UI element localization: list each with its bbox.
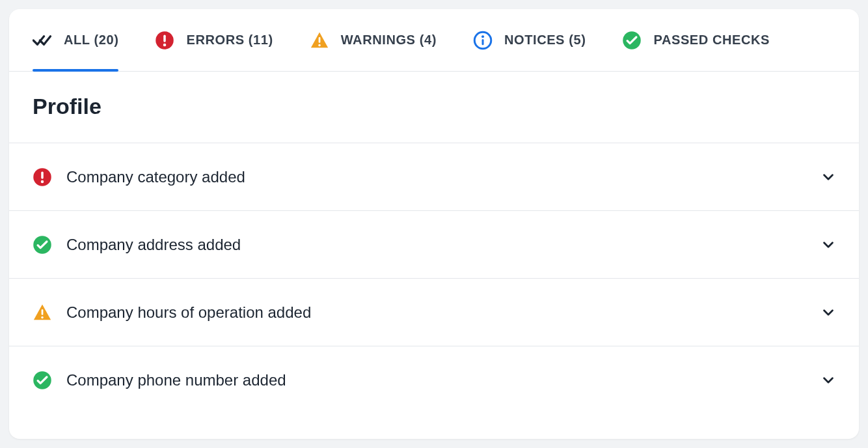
tab-all[interactable]: ALL (20)	[33, 9, 118, 71]
warning-icon	[33, 303, 52, 322]
check-row-label: Company hours of operation added	[66, 303, 311, 322]
check-circle-icon	[33, 235, 52, 255]
double-check-icon	[33, 31, 52, 50]
info-icon	[473, 31, 493, 50]
tab-all-label: ALL (20)	[64, 33, 118, 48]
check-row-company-category[interactable]: Company category added	[9, 143, 859, 211]
check-row-company-phone[interactable]: Company phone number added	[9, 346, 859, 414]
error-icon	[155, 31, 174, 50]
tab-notices-label: NOTICES (5)	[504, 33, 586, 48]
tab-errors[interactable]: ERRORS (11)	[155, 9, 273, 71]
warning-icon	[310, 31, 329, 50]
tab-warnings-label: WARNINGS (4)	[341, 33, 437, 48]
chevron-down-icon	[821, 238, 835, 252]
check-row-label: Company address added	[66, 236, 241, 254]
tab-warnings[interactable]: WARNINGS (4)	[310, 9, 437, 71]
check-circle-icon	[33, 371, 52, 390]
chevron-down-icon	[821, 170, 835, 184]
tab-notices[interactable]: NOTICES (5)	[473, 9, 586, 71]
check-row-company-hours[interactable]: Company hours of operation added	[9, 279, 859, 346]
chevron-down-icon	[821, 373, 835, 387]
check-circle-icon	[622, 31, 642, 50]
tab-passed[interactable]: PASSED CHECKS	[622, 9, 770, 71]
chevron-down-icon	[821, 305, 835, 320]
tab-errors-label: ERRORS (11)	[186, 33, 273, 48]
tabs-bar: ALL (20) ERRORS (11) WARNINGS (4) NOTICE…	[9, 9, 859, 72]
check-row-label: Company phone number added	[66, 371, 286, 389]
profile-checks-card: ALL (20) ERRORS (11) WARNINGS (4) NOTICE…	[9, 9, 859, 439]
check-row-company-address[interactable]: Company address added	[9, 211, 859, 279]
check-row-label: Company category added	[66, 168, 245, 186]
error-icon	[33, 167, 52, 187]
tab-passed-label: PASSED CHECKS	[653, 33, 770, 48]
section-title: Profile	[9, 72, 859, 143]
